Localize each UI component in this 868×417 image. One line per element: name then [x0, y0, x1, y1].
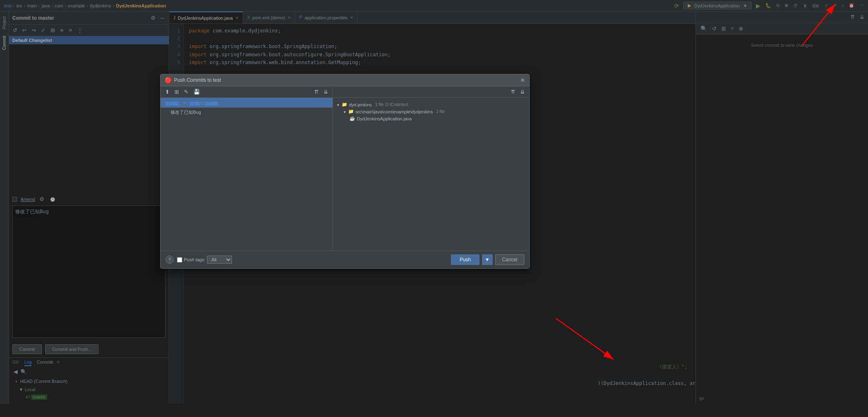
cancel-button[interactable]: Cancel	[495, 254, 524, 265]
modal-file-section: ⇈ ⇊ 📁 dyd-jenkins 1 file D:\Code\test	[333, 86, 529, 251]
modal-tree-sub1[interactable]: 📁 src\main\java\com\example\dydjenkins 1…	[343, 108, 526, 115]
modal-tree-sub1-name: src\main\java\com\example\dydjenkins	[356, 109, 433, 114]
modal-close-button[interactable]: ✕	[520, 77, 525, 83]
push-tags-label: Push tags:	[184, 257, 205, 262]
modal-help-button[interactable]: ?	[165, 256, 174, 264]
modal-tree-file-name: DydJenkinsApplication.java	[357, 116, 412, 121]
modal-tree-collapse-icon	[336, 102, 340, 107]
modal-commit-remote: master	[204, 100, 218, 105]
modal-tree-sub1-badge: 1 file	[436, 109, 445, 114]
modal-icon: 🔴	[165, 77, 172, 83]
modal-commit-branch: master	[165, 100, 179, 105]
push-commits-modal: 🔴 Push Commits to test ✕ ⬆ ⊞ ✎ 💾 ⇈ ⇊	[160, 74, 530, 269]
modal-right-sort-asc-btn[interactable]: ⇈	[510, 88, 517, 96]
modal-edit-btn[interactable]: ✎	[183, 88, 190, 96]
modal-commit-item-1[interactable]: master → origin : master	[161, 98, 333, 108]
push-button[interactable]: Push	[451, 254, 479, 265]
modal-body: ⬆ ⊞ ✎ 💾 ⇈ ⇊ master → origin : mast	[161, 86, 529, 251]
modal-tree-sub-collapse-icon	[343, 109, 347, 114]
modal-tree-root-name: dyd-jenkins	[349, 102, 372, 107]
modal-title-text: Push Commits to test	[174, 77, 221, 83]
modal-footer: ? Push tags: All Push ▼ Cancel	[161, 251, 529, 268]
modal-tree-file[interactable]: ☕ DydJenkinsApplication.java	[349, 115, 526, 122]
modal-commit-sub-1[interactable]: 修改了已知Bug	[161, 108, 333, 117]
modal-tree-root-path: D:\Code\test	[386, 102, 409, 107]
push-tags-checkbox[interactable]	[177, 257, 182, 263]
modal-tree-root-badge: 1 file	[375, 102, 384, 107]
modal-sort-desc-btn[interactable]: ⇊	[322, 88, 329, 96]
modal-commit-section: ⬆ ⊞ ✎ 💾 ⇈ ⇊ master → origin : mast	[161, 86, 333, 251]
push-dropdown-button[interactable]: ▼	[482, 254, 493, 265]
modal-titlebar: 🔴 Push Commits to test ✕	[161, 74, 529, 86]
modal-tree-sub1-folder-icon: 📁	[348, 109, 354, 114]
modal-grid-btn[interactable]: ⊞	[173, 88, 180, 96]
modal-footer-right: Push ▼ Cancel	[451, 254, 524, 265]
modal-right-toolbar: ⇈ ⇊	[333, 86, 529, 98]
push-tags-select[interactable]: All	[207, 256, 232, 264]
modal-tree-file-icon: ☕	[349, 116, 355, 121]
modal-title: 🔴 Push Commits to test	[165, 77, 221, 83]
modal-footer-left: ? Push tags: All	[165, 256, 232, 264]
modal-tree-root[interactable]: 📁 dyd-jenkins 1 file D:\Code\test	[336, 101, 526, 108]
modal-file-tree: 📁 dyd-jenkins 1 file D:\Code\test 📁 src\…	[333, 98, 529, 251]
modal-commit-origin: origin	[190, 100, 201, 105]
modal-sort-asc-btn[interactable]: ⇈	[313, 88, 320, 96]
modal-right-sort-desc-btn[interactable]: ⇊	[519, 88, 526, 96]
modal-commit-arrow: →	[182, 100, 187, 105]
modal-tree-root-folder-icon: 📁	[342, 102, 347, 107]
modal-push-icon-btn[interactable]: ⬆	[164, 88, 171, 96]
modal-commit-list: master → origin : master 修改了已知Bug	[161, 98, 333, 251]
modal-left-toolbar: ⬆ ⊞ ✎ 💾 ⇈ ⇊	[161, 86, 333, 98]
modal-overlay: 🔴 Push Commits to test ✕ ⬆ ⊞ ✎ 💾 ⇈ ⇊	[0, 0, 868, 417]
modal-save-btn[interactable]: 💾	[192, 88, 201, 96]
push-tags-container: Push tags: All	[177, 256, 232, 264]
